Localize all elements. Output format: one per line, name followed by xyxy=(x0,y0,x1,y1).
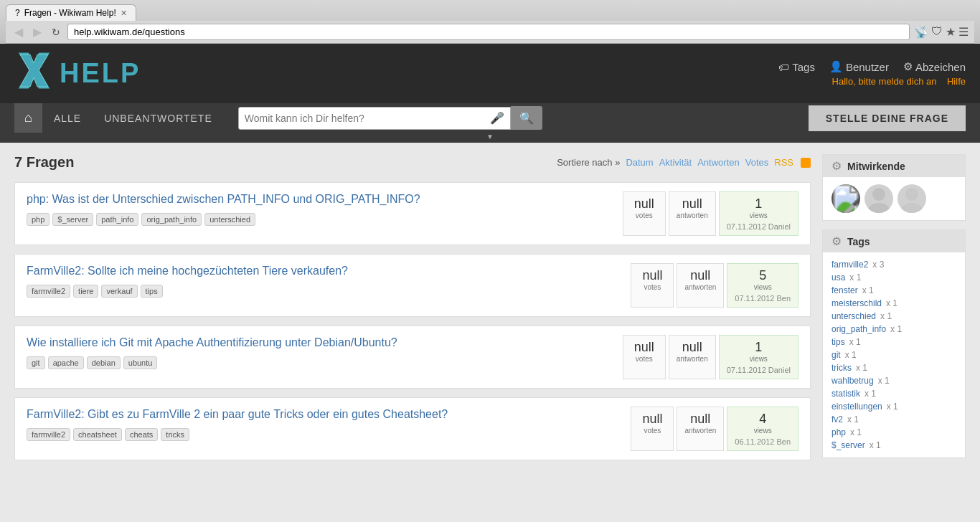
ask-question-button[interactable]: STELLE DEINE FRAGE xyxy=(809,105,966,131)
tag[interactable]: tiere xyxy=(73,285,98,298)
tag[interactable]: farmville2 xyxy=(27,428,70,441)
tags-nav-link[interactable]: 🏷 Tags xyxy=(778,61,815,73)
tag-name[interactable]: tips xyxy=(831,337,845,347)
refresh-button[interactable]: ↻ xyxy=(49,25,63,39)
tag-row: wahlbetrug x 1 xyxy=(831,376,956,386)
search-button[interactable]: 🔍 xyxy=(511,106,542,130)
tag-count: x 1 xyxy=(870,440,881,450)
tag-name[interactable]: $_server xyxy=(831,440,865,450)
search-input[interactable] xyxy=(245,108,490,129)
sort-votes[interactable]: Votes xyxy=(745,157,769,168)
question-title[interactable]: php: Was ist der Unterschied zwischen PA… xyxy=(27,191,614,207)
questions-header: 7 Fragen Sortiere nach » Datum Aktivität… xyxy=(14,154,811,171)
answers-box: null antworten xyxy=(677,263,724,308)
home-nav-button[interactable]: ⌂ xyxy=(14,103,42,133)
tags-section: ⚙ Tags farmville2 x 3 usa x 1 fenster x … xyxy=(822,229,966,458)
tag-name[interactable]: farmville2 xyxy=(831,260,868,270)
mitwirkende-header: ⚙ Mitwirkende xyxy=(823,155,965,177)
tag[interactable]: git xyxy=(27,356,45,369)
browser-tab[interactable]: ? Fragen - Wikiwam Help! ✕ xyxy=(6,4,136,21)
tag-name[interactable]: einstellungen xyxy=(831,402,882,412)
tag[interactable]: cheatsheet xyxy=(73,428,122,441)
views-box: 5 views 07.11.2012 Ben xyxy=(727,263,798,308)
bookmark-icon[interactable]: ★ xyxy=(946,25,956,39)
question-title[interactable]: Wie installiere ich Git mit Apache Authe… xyxy=(27,335,614,351)
logo-help: HELP xyxy=(60,58,141,89)
tag-row: git x 1 xyxy=(831,350,956,360)
url-input[interactable] xyxy=(74,27,903,37)
forward-button[interactable]: ▶ xyxy=(30,24,44,40)
tag-name[interactable]: statistik xyxy=(831,389,860,399)
tag-icon: 🏷 xyxy=(778,61,789,73)
sort-bar: Sortiere nach » Datum Aktivität Antworte… xyxy=(557,157,811,168)
tag[interactable]: verkauf xyxy=(101,285,137,298)
svg-point-4 xyxy=(872,188,885,201)
main-content: 7 Fragen Sortiere nach » Datum Aktivität… xyxy=(0,143,980,480)
tag[interactable]: php xyxy=(27,213,50,226)
tag-name[interactable]: usa xyxy=(831,272,845,283)
abp-icon[interactable]: 🛡 xyxy=(931,25,943,39)
tag-row: einstellungen x 1 xyxy=(831,402,956,412)
back-button[interactable]: ◀ xyxy=(11,24,26,40)
tag-name[interactable]: meisterschild xyxy=(831,298,882,308)
tag[interactable]: orig_path_info xyxy=(141,213,202,226)
tag[interactable]: tips xyxy=(141,285,163,298)
tag-name[interactable]: unterschied xyxy=(831,311,876,321)
settings-icon[interactable]: ☰ xyxy=(958,25,969,39)
tag-name[interactable]: orig_path_info xyxy=(831,324,886,334)
sort-datum[interactable]: Datum xyxy=(626,157,653,168)
question-title[interactable]: FarmVille2: Gibt es zu FarmVille 2 ein p… xyxy=(27,407,622,422)
avatar[interactable] xyxy=(864,184,893,213)
tags-header: ⚙ Tags xyxy=(823,230,965,252)
avatar[interactable] xyxy=(831,184,860,213)
tag[interactable]: farmville2 xyxy=(27,285,70,298)
tag-name[interactable]: git xyxy=(831,350,841,360)
tag-name[interactable]: tricks xyxy=(831,363,852,373)
tag[interactable]: path_info xyxy=(96,213,138,226)
hilfe-link[interactable]: Hilfe xyxy=(947,76,966,87)
tag[interactable]: $_server xyxy=(52,213,93,226)
logo-x xyxy=(14,51,54,96)
svg-point-5 xyxy=(868,203,890,213)
sort-aktivitat[interactable]: Aktivität xyxy=(659,157,692,168)
svg-marker-0 xyxy=(18,52,50,89)
tab-favicon: ? xyxy=(15,8,20,18)
top-nav: ⌂ ALLE UNBEANTWORTETE 🎤 🔍 STELLE DEINE F… xyxy=(0,103,980,133)
address-bar[interactable] xyxy=(67,24,910,40)
mitwirkende-body xyxy=(823,177,965,220)
tag[interactable]: ubuntu xyxy=(123,356,158,369)
mic-icon: 🎤 xyxy=(490,111,504,125)
tag[interactable]: tricks xyxy=(161,428,189,441)
question-title[interactable]: FarmVille2: Sollte ich meine hochgezücht… xyxy=(27,263,622,279)
abzeichen-nav-link[interactable]: ⚙ Abzeichen xyxy=(903,60,966,73)
stats-wrap: null votes null antworten 4 views 06.11.… xyxy=(631,407,798,451)
tag-row: tips x 1 xyxy=(831,337,956,347)
tab-close-button[interactable]: ✕ xyxy=(121,9,127,18)
tag-name[interactable]: wahlbetrug xyxy=(831,376,874,386)
tag-name[interactable]: fenster xyxy=(831,285,858,295)
question-meta: FarmVille2: Sollte ich meine hochgezücht… xyxy=(27,263,622,298)
tag[interactable]: unterschied xyxy=(204,213,255,226)
tag-row: usa x 1 xyxy=(831,272,956,283)
tag-count: x 1 xyxy=(845,350,857,360)
rss-nav-icon[interactable]: 📡 xyxy=(914,25,928,39)
sort-antworten[interactable]: Antworten xyxy=(697,157,740,168)
tag-count: x 1 xyxy=(856,363,867,373)
search-input-wrap[interactable]: 🎤 xyxy=(238,107,511,130)
avatar[interactable] xyxy=(897,184,926,213)
tag[interactable]: apache xyxy=(48,356,84,369)
tag-name[interactable]: php xyxy=(831,427,846,437)
tag-count: x 1 xyxy=(890,324,902,334)
contributors-list xyxy=(831,184,956,213)
unbeantwortete-nav-item[interactable]: UNBEANTWORTETE xyxy=(93,105,224,131)
rss-label[interactable]: RSS xyxy=(774,157,793,168)
tag-row: orig_path_info x 1 xyxy=(831,324,956,334)
alle-nav-item[interactable]: ALLE xyxy=(42,105,93,131)
tag[interactable]: debian xyxy=(87,356,121,369)
tag-name[interactable]: fv2 xyxy=(831,414,843,424)
tag-count: x 1 xyxy=(880,311,892,321)
user-icon: 👤 xyxy=(829,60,843,73)
tag[interactable]: cheats xyxy=(125,428,158,441)
rss-icon xyxy=(801,158,811,168)
benutzer-nav-link[interactable]: 👤 Benutzer xyxy=(829,60,889,73)
